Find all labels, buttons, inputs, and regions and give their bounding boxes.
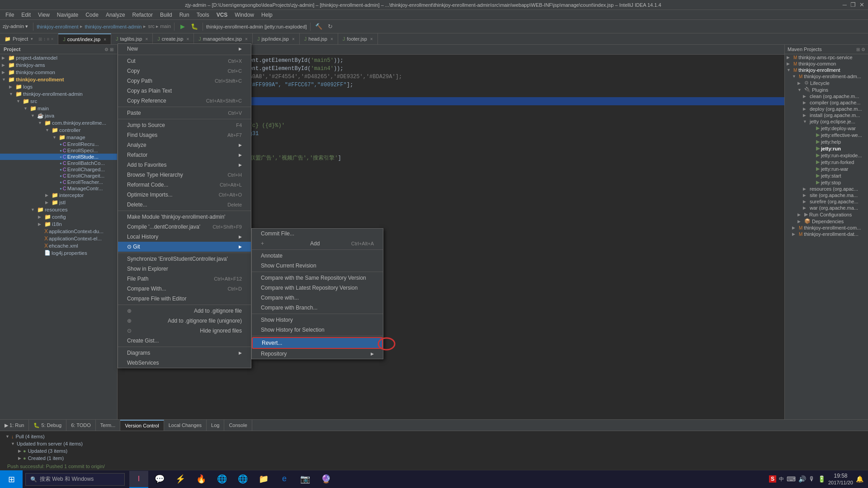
sidebar-settings-icon[interactable]: ⚙ ⊞: [104, 47, 113, 52]
ctx-type-hier[interactable]: Browse Type Hierarchy Ctrl+H: [118, 170, 251, 180]
ctx-gitignore-add[interactable]: ⊕ Add to .gitignore file: [118, 306, 251, 316]
ime-icon[interactable]: S: [769, 475, 776, 483]
tab-taglibs[interactable]: J taglibs.jsp ×: [111, 33, 153, 44]
ctx-paste[interactable]: Paste Ctrl+V: [118, 108, 251, 118]
maven-compiler[interactable]: ▶ compiler (org.apache...: [785, 99, 868, 106]
maven-common[interactable]: ▶ M thinkjoy-common: [785, 61, 868, 67]
maven-enrollment-dat[interactable]: ▶ M thinkjoy-enrollment-dat...: [785, 231, 868, 237]
menu-edit[interactable]: Edit: [18, 11, 34, 19]
tab-footer[interactable]: J footer.jsp ×: [338, 33, 378, 44]
ctx-find-usages[interactable]: Find Usages Alt+F7: [118, 130, 251, 140]
tab-head[interactable]: J head.jsp ×: [300, 33, 338, 44]
menu-file[interactable]: File: [2, 11, 18, 19]
maven-enrollment[interactable]: ▼ M thinkjoy-enrollment: [785, 67, 868, 73]
maven-jetty[interactable]: ▼ jetty (org.eclipse.je...: [785, 118, 868, 125]
ctx-compare-editor[interactable]: Compare File with Editor: [118, 294, 251, 304]
notification-icon[interactable]: 🔔: [856, 475, 863, 483]
maven-jetty-help[interactable]: ▶ jetty:help: [785, 138, 868, 145]
taskbar-app9[interactable]: 📷: [296, 471, 315, 488]
menu-analyze[interactable]: Analyze: [102, 11, 129, 19]
ctx-copy-plain[interactable]: Copy as Plain Text: [118, 86, 251, 96]
taskbar-search[interactable]: 🔍 搜索 Web 和 Windows: [25, 473, 125, 486]
maven-jetty-run-war[interactable]: ▶ jetty:run-war: [785, 165, 868, 172]
tree-thinkjoy-ams[interactable]: ▶ 📁 thinkjoy-ams: [0, 61, 117, 69]
tab-count-index[interactable]: J count/index.jsp ×: [58, 33, 111, 44]
menu-run[interactable]: Run: [176, 11, 193, 19]
restore-button[interactable]: ❐: [850, 1, 856, 8]
ctx-hide-ignored[interactable]: ⊙ Hide ignored files: [118, 326, 251, 336]
menu-code[interactable]: Code: [82, 11, 102, 19]
refresh-btn[interactable]: ↻: [326, 22, 335, 32]
tab-close-manage-index[interactable]: ×: [245, 37, 248, 42]
maven-jetty-run-forked[interactable]: ▶ jetty:run-forked: [785, 159, 868, 165]
ctx-compare-with[interactable]: Compare With... Ctrl+D: [118, 284, 251, 294]
tree-jstl[interactable]: ▶ 📁 jstl: [0, 199, 117, 206]
menu-help[interactable]: Help: [258, 11, 276, 19]
ime-cn-icon[interactable]: 中: [779, 476, 784, 483]
ctx-refactor[interactable]: Refactor: [118, 150, 251, 160]
module-label[interactable]: thinkjoy-enrollment-admin: [85, 24, 142, 29]
tree-ehcache[interactable]: X ehcache.xml: [0, 242, 117, 249]
ime2-icon[interactable]: 🎙: [809, 475, 815, 483]
bottom-tab-local[interactable]: Local Changes: [164, 420, 207, 431]
tree-interceptor[interactable]: ▶ 📁 interceptor: [0, 192, 117, 199]
bottom-tab-console[interactable]: Console: [224, 420, 252, 431]
tree-controller[interactable]: ▼ 📁 controller: [0, 127, 117, 134]
ctx-reformat[interactable]: Reformat Code... Ctrl+Alt+L: [118, 180, 251, 190]
taskbar-chrome[interactable]: 🌐: [233, 471, 252, 488]
tree-enroll-chargeit[interactable]: ● C EnrollChargeit...: [0, 173, 117, 179]
tree-project-datamodel[interactable]: ▶ 📁 project-datamodel: [0, 54, 117, 61]
tree-enroll-recru[interactable]: ● C EnrollRecru...: [0, 141, 117, 147]
menu-navigate[interactable]: Navigate: [53, 11, 82, 19]
volume-icon[interactable]: 🔋: [818, 475, 826, 483]
tree-enroll-batch[interactable]: ● C EnrollBatchCo...: [0, 160, 117, 166]
maven-dependencies[interactable]: ▶ 📦 Dependencies: [785, 218, 868, 225]
git-commit-file[interactable]: Commit File...: [252, 229, 383, 239]
git-compare-branch[interactable]: Compare with Branch...: [252, 303, 383, 313]
ctx-git[interactable]: ⊙ Git: [118, 242, 251, 252]
tree-enroll-stude[interactable]: ● C EnrollStude...: [0, 154, 117, 160]
git-compare-with[interactable]: Compare with...: [252, 293, 383, 303]
ctx-diagrams[interactable]: Diagrams: [118, 348, 251, 358]
ctx-local-history[interactable]: Local History: [118, 232, 251, 242]
tree-enrollment-admin[interactable]: ▼ 📁 thinkjoy-enrollment-admin: [0, 90, 117, 98]
project-selector[interactable]: zjy-admin ▾: [3, 23, 28, 29]
tab-close-taglibs[interactable]: ×: [145, 37, 148, 42]
ctx-show-explorer[interactable]: Show in Explorer: [118, 264, 251, 274]
ctx-delete[interactable]: Delete... Delete: [118, 200, 251, 210]
tab-manage-index[interactable]: J manage/index.jsp ×: [194, 33, 253, 44]
ctx-optimize[interactable]: Optimize Imports... Ctrl+Alt+O: [118, 190, 251, 200]
maven-ams-rpc[interactable]: ▶ M thinkjoy-ams-rpc-service: [785, 54, 868, 61]
git-add[interactable]: + Add Ctrl+Alt+A: [252, 239, 383, 249]
bottom-tab-term[interactable]: Term...: [96, 420, 121, 431]
maven-enrollment-com[interactable]: ▶ M thinkjoy-enrollment-com...: [785, 225, 868, 231]
tree-resources[interactable]: ▼ 📁 resources: [0, 206, 117, 213]
bottom-tab-run[interactable]: ▶ 1: Run: [0, 420, 29, 431]
ctx-gitignore-unignore[interactable]: ⊕ Add to .gitignore file (unignore): [118, 316, 251, 326]
maven-install[interactable]: ▶ install (org.apache.m...: [785, 112, 868, 118]
ctx-copy-path[interactable]: Copy Path Ctrl+Shift+C: [118, 76, 251, 86]
network-icon[interactable]: 🔊: [798, 475, 806, 483]
run-button[interactable]: ▶: [178, 22, 188, 32]
menu-window[interactable]: Window: [231, 11, 258, 19]
tree-enroll-teacher[interactable]: ● C EnrollTeacher...: [0, 179, 117, 185]
maven-jetty-stop[interactable]: ▶ jetty:stop: [785, 179, 868, 186]
git-revert[interactable]: Revert...: [252, 337, 383, 349]
git-show-history-sel[interactable]: Show History for Selection: [252, 325, 383, 335]
maven-resources[interactable]: ▶ resources (org.apac...: [785, 186, 868, 192]
menu-refactor[interactable]: Refactor: [129, 11, 156, 19]
tree-log4j[interactable]: 📄 log4j.properties: [0, 249, 117, 256]
tab-close-create[interactable]: ×: [186, 37, 189, 42]
tree-thinkjoy-common[interactable]: ▶ 📁 thinkjoy-common: [0, 69, 117, 76]
bottom-tab-vc[interactable]: Version Control: [120, 420, 164, 431]
tab-close-footer[interactable]: ×: [370, 37, 373, 42]
git-annotate[interactable]: Annotate: [252, 251, 383, 261]
maven-run-configs[interactable]: ▶ ▶ Run Configurations: [785, 211, 868, 218]
maven-jetty-run[interactable]: ▶ jetty:run: [785, 145, 868, 152]
maven-plugins[interactable]: ▼ 🔌 Plugins: [785, 86, 868, 93]
taskbar-ie[interactable]: e: [275, 471, 294, 488]
tab-create[interactable]: J create.jsp ×: [153, 33, 194, 44]
git-show-current[interactable]: Show Current Revision: [252, 261, 383, 271]
tree-logs[interactable]: ▶ 📁 logs: [0, 83, 117, 90]
tree-manage-contro[interactable]: ● C ManageContr...: [0, 185, 117, 192]
